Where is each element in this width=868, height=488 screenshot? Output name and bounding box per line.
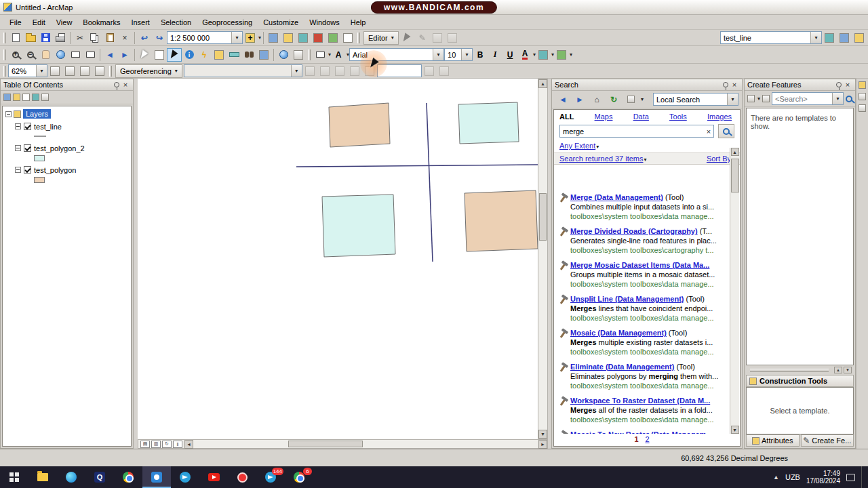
menu-insert[interactable]: Insert xyxy=(125,16,155,28)
viewer-window-button[interactable] xyxy=(291,48,306,62)
search-result-title[interactable]: Unsplit Line (Data Management) xyxy=(570,295,684,303)
scroll-left-icon[interactable]: ◄ xyxy=(184,440,193,449)
map-vertical-scrollbar[interactable]: ▲ ▼ xyxy=(538,79,548,439)
polygon-cyan-bottomleft[interactable] xyxy=(322,195,395,257)
measure-button[interactable] xyxy=(226,48,241,62)
find-button[interactable] xyxy=(241,48,256,62)
search-icon[interactable] xyxy=(846,96,852,102)
chevron-down-icon[interactable] xyxy=(231,32,242,43)
chevron-down-icon[interactable] xyxy=(727,94,738,105)
youtube-button[interactable] xyxy=(199,466,228,488)
scroll-down-icon[interactable]: ▼ xyxy=(538,430,547,439)
clear-selection-button[interactable] xyxy=(152,48,167,62)
attributes-button[interactable]: Attributes xyxy=(746,434,800,447)
docked-tab-icon[interactable] xyxy=(859,93,866,100)
sort-by-link[interactable]: Sort By xyxy=(707,155,731,163)
font-family-combo[interactable]: Arial xyxy=(349,48,444,61)
layer-visibility-checkbox[interactable] xyxy=(24,144,31,152)
search-result-path[interactable]: toolboxes\system toolboxes\data manage..… xyxy=(570,314,728,322)
run-search-button[interactable] xyxy=(718,124,734,138)
menu-help[interactable]: Help xyxy=(345,16,372,28)
search-result-title[interactable]: Merge Mosaic Dataset Items (Data Ma... xyxy=(570,261,709,269)
map-canvas[interactable] xyxy=(138,79,538,439)
splitter-up-icon[interactable]: ▲ xyxy=(834,367,842,373)
full-extent-button[interactable] xyxy=(53,48,68,62)
scroll-right-icon[interactable]: ► xyxy=(538,440,547,449)
georef-link-table-button[interactable] xyxy=(422,64,437,78)
chrome-button[interactable] xyxy=(114,466,142,488)
close-icon[interactable]: × xyxy=(121,80,130,89)
italic-button[interactable]: I xyxy=(488,48,502,62)
save-button[interactable] xyxy=(38,31,53,45)
layer-visibility-checkbox[interactable] xyxy=(24,166,31,174)
search-result-item[interactable]: Mosaic (Data Management)(Tool) Merges mu… xyxy=(554,325,730,359)
fixed-zoom-in-button[interactable] xyxy=(68,48,83,62)
pan-button[interactable] xyxy=(38,48,53,62)
snapping-button[interactable] xyxy=(852,31,867,45)
show-desktop-button[interactable] xyxy=(861,466,864,488)
list-by-visibility-icon[interactable] xyxy=(22,94,30,101)
menu-bookmarks[interactable]: Bookmarks xyxy=(77,16,125,28)
record-button[interactable] xyxy=(228,466,256,488)
zoom-out-button[interactable] xyxy=(23,48,38,62)
undo-button[interactable]: ↩ xyxy=(137,31,152,45)
collapse-icon[interactable] xyxy=(15,123,21,129)
zoom-percent-combo[interactable]: 62% xyxy=(8,64,47,77)
search-result-title[interactable]: Eliminate (Data Management) xyxy=(570,363,674,371)
print-button[interactable] xyxy=(53,31,68,45)
georef-autoadjust-button[interactable] xyxy=(302,64,317,78)
taskbar-clock[interactable]: 17:49 17/08/2024 xyxy=(806,470,840,485)
refresh-view-button[interactable]: ↻ xyxy=(162,441,172,448)
close-icon[interactable]: × xyxy=(843,80,852,89)
menu-geoprocessing[interactable]: Geoprocessing xyxy=(197,16,258,28)
rotate-tool-button[interactable] xyxy=(445,31,460,45)
tray-expand-icon[interactable]: ▲ xyxy=(773,474,779,481)
notification-center-icon[interactable] xyxy=(846,474,855,481)
line-feature-vertical[interactable] xyxy=(427,103,433,262)
modelbuilder-button[interactable] xyxy=(340,31,355,45)
fill-color-button[interactable] xyxy=(536,48,551,62)
search-scope-combo[interactable]: Local Search xyxy=(653,93,738,106)
list-by-selection-icon[interactable] xyxy=(32,94,39,101)
toggle-draft-button[interactable] xyxy=(92,64,107,78)
edit-tool-button[interactable] xyxy=(400,31,415,45)
telegram-unread-button[interactable]: 144 xyxy=(256,466,285,488)
paste-button[interactable] xyxy=(102,31,117,45)
underline-button[interactable]: U xyxy=(502,48,517,62)
arctoolbox-button[interactable] xyxy=(311,31,326,45)
zoom-whole-page-button[interactable] xyxy=(62,64,77,78)
cut-button[interactable]: ✂ xyxy=(73,31,87,45)
search-result-path[interactable]: toolboxes\system toolboxes\data manage..… xyxy=(570,280,728,288)
chevron-down-icon[interactable]: ▾ xyxy=(596,144,599,150)
chevron-down-icon[interactable] xyxy=(461,49,472,60)
chrome-profile-button[interactable]: 6 xyxy=(285,466,313,488)
text-tool-button[interactable]: A xyxy=(331,48,346,62)
search-result-item[interactable]: Workspace To Raster Dataset (Data M... M… xyxy=(554,393,730,427)
search-forward-button[interactable]: ► xyxy=(572,93,587,106)
toolbar-grip[interactable] xyxy=(357,33,360,43)
chevron-down-icon[interactable] xyxy=(291,65,302,77)
html-popup-button[interactable] xyxy=(212,48,226,62)
search-tab-all[interactable]: ALL xyxy=(559,113,574,121)
list-by-drawing-order-icon[interactable] xyxy=(3,94,11,101)
catalog-window-button[interactable] xyxy=(281,31,296,45)
map-scale-combo[interactable]: 1:2 500 000 xyxy=(167,31,243,44)
chevron-down-icon[interactable] xyxy=(433,49,443,60)
search-tab-maps[interactable]: Maps xyxy=(595,113,613,121)
chevron-down-icon[interactable]: ▾ xyxy=(644,157,647,163)
search-result-title[interactable]: Merge Divided Roads (Cartography) xyxy=(570,227,698,235)
start-button[interactable] xyxy=(0,466,28,488)
chevron-down-icon[interactable]: ▾ xyxy=(258,35,261,41)
toc-layer[interactable]: test_polygon_2 xyxy=(15,143,131,163)
chevron-down-icon[interactable]: ▾ xyxy=(757,96,760,102)
menu-windows[interactable]: Windows xyxy=(304,16,345,28)
line-feature-horizontal[interactable] xyxy=(296,165,538,167)
layer-visibility-checkbox[interactable] xyxy=(24,123,31,130)
menu-view[interactable]: View xyxy=(51,16,78,28)
search-result-title[interactable]: Mosaic (Data Management) xyxy=(570,329,667,337)
search-result-item[interactable]: Mosaic To New Raster (Data Managem... xyxy=(554,427,730,434)
search-result-item[interactable]: Merge Divided Roads (Cartography)(T... G… xyxy=(554,224,730,258)
keyboard-language[interactable]: UZB xyxy=(785,473,800,481)
layer-symbol[interactable] xyxy=(34,136,46,137)
scroll-down-icon[interactable]: ▼ xyxy=(731,426,739,434)
